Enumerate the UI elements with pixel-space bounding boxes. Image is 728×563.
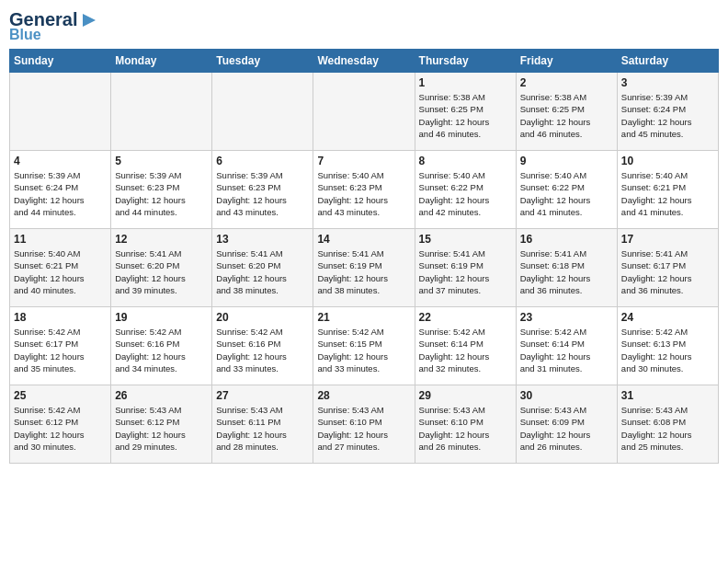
day-number: 1	[419, 76, 512, 89]
day-cell: 9Sunrise: 5:40 AM Sunset: 6:22 PM Daylig…	[516, 151, 617, 229]
day-number: 9	[520, 155, 613, 167]
day-info: Sunrise: 5:43 AM Sunset: 6:11 PM Dayligh…	[216, 404, 309, 453]
weekday-wednesday: Wednesday	[313, 50, 415, 73]
day-cell: 26Sunrise: 5:43 AM Sunset: 6:12 PM Dayli…	[111, 385, 212, 464]
day-info: Sunrise: 5:41 AM Sunset: 6:19 PM Dayligh…	[419, 247, 512, 296]
day-info: Sunrise: 5:42 AM Sunset: 6:12 PM Dayligh…	[14, 404, 107, 453]
day-number: 22	[419, 311, 512, 324]
week-row-1: 1Sunrise: 5:38 AM Sunset: 6:25 PM Daylig…	[10, 73, 719, 151]
day-number: 15	[419, 233, 512, 246]
day-cell: 20Sunrise: 5:42 AM Sunset: 6:16 PM Dayli…	[212, 307, 313, 385]
day-number: 30	[520, 389, 613, 402]
weekday-friday: Friday	[516, 50, 617, 73]
day-number: 13	[216, 233, 309, 246]
day-cell: 8Sunrise: 5:40 AM Sunset: 6:22 PM Daylig…	[415, 151, 516, 229]
day-number: 6	[216, 155, 309, 167]
day-number: 16	[520, 233, 613, 246]
day-cell	[111, 73, 212, 151]
calendar-table: SundayMondayTuesdayWednesdayThursdayFrid…	[9, 49, 719, 464]
day-cell: 3Sunrise: 5:39 AM Sunset: 6:24 PM Daylig…	[617, 73, 718, 151]
day-cell: 2Sunrise: 5:38 AM Sunset: 6:25 PM Daylig…	[516, 73, 617, 151]
day-cell: 23Sunrise: 5:42 AM Sunset: 6:14 PM Dayli…	[516, 307, 617, 385]
day-cell: 13Sunrise: 5:41 AM Sunset: 6:20 PM Dayli…	[212, 229, 313, 307]
week-row-5: 25Sunrise: 5:42 AM Sunset: 6:12 PM Dayli…	[10, 385, 719, 464]
day-info: Sunrise: 5:42 AM Sunset: 6:15 PM Dayligh…	[317, 326, 410, 374]
day-cell: 14Sunrise: 5:41 AM Sunset: 6:19 PM Dayli…	[313, 229, 415, 307]
day-info: Sunrise: 5:43 AM Sunset: 6:09 PM Dayligh…	[520, 404, 613, 453]
day-info: Sunrise: 5:43 AM Sunset: 6:08 PM Dayligh…	[621, 404, 714, 453]
day-cell: 22Sunrise: 5:42 AM Sunset: 6:14 PM Dayli…	[415, 307, 516, 385]
day-cell: 1Sunrise: 5:38 AM Sunset: 6:25 PM Daylig…	[415, 73, 516, 151]
day-number: 17	[621, 233, 714, 246]
day-number: 31	[621, 389, 714, 402]
weekday-thursday: Thursday	[415, 50, 516, 73]
day-number: 26	[115, 389, 208, 402]
day-cell: 5Sunrise: 5:39 AM Sunset: 6:23 PM Daylig…	[111, 151, 212, 229]
day-cell: 21Sunrise: 5:42 AM Sunset: 6:15 PM Dayli…	[313, 307, 415, 385]
day-info: Sunrise: 5:40 AM Sunset: 6:21 PM Dayligh…	[621, 169, 714, 218]
day-cell: 24Sunrise: 5:42 AM Sunset: 6:13 PM Dayli…	[617, 307, 718, 385]
week-row-2: 4Sunrise: 5:39 AM Sunset: 6:24 PM Daylig…	[10, 151, 719, 229]
day-number: 28	[317, 389, 410, 402]
day-info: Sunrise: 5:43 AM Sunset: 6:10 PM Dayligh…	[317, 404, 410, 453]
day-number: 18	[14, 311, 107, 324]
day-info: Sunrise: 5:42 AM Sunset: 6:16 PM Dayligh…	[216, 326, 309, 374]
day-number: 24	[621, 311, 714, 324]
day-info: Sunrise: 5:38 AM Sunset: 6:25 PM Dayligh…	[520, 91, 613, 140]
weekday-header-row: SundayMondayTuesdayWednesdayThursdayFrid…	[10, 50, 719, 73]
day-number: 25	[14, 389, 107, 402]
day-cell: 10Sunrise: 5:40 AM Sunset: 6:21 PM Dayli…	[617, 151, 718, 229]
day-info: Sunrise: 5:38 AM Sunset: 6:25 PM Dayligh…	[419, 91, 512, 140]
week-row-4: 18Sunrise: 5:42 AM Sunset: 6:17 PM Dayli…	[10, 307, 719, 385]
day-number: 3	[621, 76, 714, 89]
day-cell: 28Sunrise: 5:43 AM Sunset: 6:10 PM Dayli…	[313, 385, 415, 464]
day-cell: 11Sunrise: 5:40 AM Sunset: 6:21 PM Dayli…	[10, 229, 111, 307]
day-info: Sunrise: 5:42 AM Sunset: 6:17 PM Dayligh…	[14, 326, 107, 374]
day-cell: 6Sunrise: 5:39 AM Sunset: 6:23 PM Daylig…	[212, 151, 313, 229]
day-number: 14	[317, 233, 410, 246]
day-info: Sunrise: 5:41 AM Sunset: 6:20 PM Dayligh…	[216, 247, 309, 296]
weekday-tuesday: Tuesday	[212, 50, 313, 73]
day-info: Sunrise: 5:39 AM Sunset: 6:24 PM Dayligh…	[14, 169, 107, 218]
page-header: General Blue	[9, 9, 719, 43]
calendar-body: 1Sunrise: 5:38 AM Sunset: 6:25 PM Daylig…	[10, 73, 719, 464]
day-info: Sunrise: 5:39 AM Sunset: 6:23 PM Dayligh…	[115, 169, 208, 218]
day-cell: 29Sunrise: 5:43 AM Sunset: 6:10 PM Dayli…	[415, 385, 516, 464]
day-number: 11	[14, 233, 107, 246]
svg-marker-0	[83, 14, 96, 27]
day-info: Sunrise: 5:41 AM Sunset: 6:19 PM Dayligh…	[317, 247, 410, 296]
day-info: Sunrise: 5:40 AM Sunset: 6:22 PM Dayligh…	[419, 169, 512, 218]
logo: General Blue	[9, 9, 99, 43]
day-info: Sunrise: 5:41 AM Sunset: 6:18 PM Dayligh…	[520, 247, 613, 296]
day-info: Sunrise: 5:40 AM Sunset: 6:21 PM Dayligh…	[14, 247, 107, 296]
day-number: 5	[115, 155, 208, 167]
day-cell: 25Sunrise: 5:42 AM Sunset: 6:12 PM Dayli…	[10, 385, 111, 464]
day-cell: 7Sunrise: 5:40 AM Sunset: 6:23 PM Daylig…	[313, 151, 415, 229]
day-cell: 15Sunrise: 5:41 AM Sunset: 6:19 PM Dayli…	[415, 229, 516, 307]
day-cell: 18Sunrise: 5:42 AM Sunset: 6:17 PM Dayli…	[10, 307, 111, 385]
day-cell	[313, 73, 415, 151]
day-cell: 4Sunrise: 5:39 AM Sunset: 6:24 PM Daylig…	[10, 151, 111, 229]
weekday-sunday: Sunday	[10, 50, 111, 73]
day-info: Sunrise: 5:43 AM Sunset: 6:10 PM Dayligh…	[419, 404, 512, 453]
day-cell	[10, 73, 111, 151]
day-number: 8	[419, 155, 512, 167]
day-cell: 12Sunrise: 5:41 AM Sunset: 6:20 PM Dayli…	[111, 229, 212, 307]
day-number: 29	[419, 389, 512, 402]
day-cell: 27Sunrise: 5:43 AM Sunset: 6:11 PM Dayli…	[212, 385, 313, 464]
day-info: Sunrise: 5:42 AM Sunset: 6:16 PM Dayligh…	[115, 326, 208, 374]
logo-arrow-icon	[79, 10, 99, 30]
day-number: 2	[520, 76, 613, 89]
day-info: Sunrise: 5:39 AM Sunset: 6:23 PM Dayligh…	[216, 169, 309, 218]
day-cell	[212, 73, 313, 151]
day-info: Sunrise: 5:42 AM Sunset: 6:14 PM Dayligh…	[419, 326, 512, 374]
day-number: 7	[317, 155, 410, 167]
day-cell: 19Sunrise: 5:42 AM Sunset: 6:16 PM Dayli…	[111, 307, 212, 385]
day-number: 21	[317, 311, 410, 324]
day-info: Sunrise: 5:39 AM Sunset: 6:24 PM Dayligh…	[621, 91, 714, 140]
day-cell: 30Sunrise: 5:43 AM Sunset: 6:09 PM Dayli…	[516, 385, 617, 464]
day-number: 4	[14, 155, 107, 167]
logo-blue: Blue	[9, 27, 41, 43]
day-number: 23	[520, 311, 613, 324]
day-info: Sunrise: 5:43 AM Sunset: 6:12 PM Dayligh…	[115, 404, 208, 453]
